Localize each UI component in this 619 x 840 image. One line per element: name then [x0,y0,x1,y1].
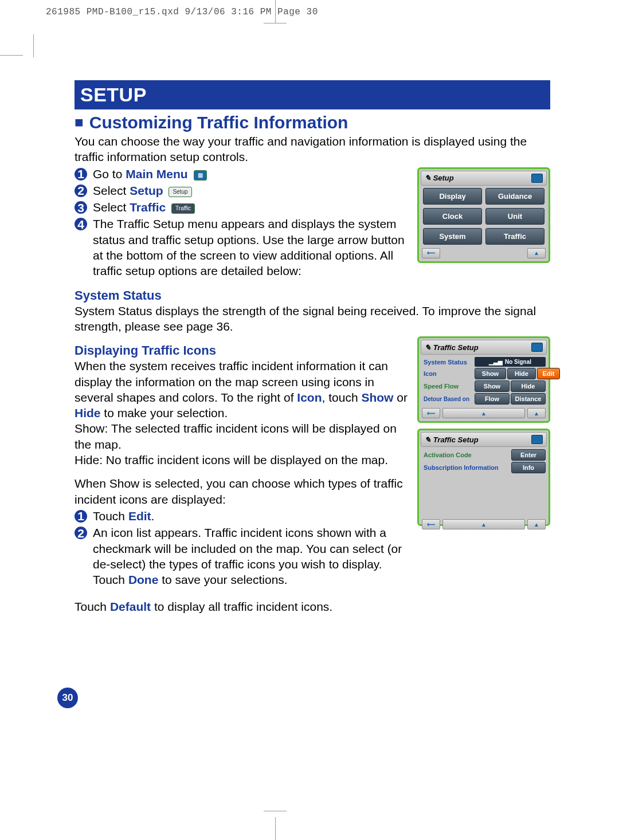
screenshot-column: ✎ Traffic Setup System Status ▁▃▅No Sign… [417,336,550,526]
main-menu-link: Main Menu [126,167,188,180]
edit-button[interactable]: Edit [537,368,560,379]
step-number-icon: 1 [75,168,87,180]
show-link: Show [361,391,393,404]
default-paragraph: Touch Default to display all traffic inc… [75,599,550,614]
page-content: SETUP ■Customizing Traffic Information Y… [75,80,550,615]
hide-button[interactable]: Hide [507,368,536,379]
step-4: 4 The Traffic Setup menu appears and dis… [75,216,412,278]
screenshot-title-bar: ✎ Setup [421,171,547,186]
cropmark [0,55,23,56]
info-button[interactable]: Info [511,462,546,473]
hide-button[interactable]: Hide [511,380,546,392]
default-link: Default [110,600,151,613]
signal-text: No Signal [505,359,531,365]
row-icon: Icon Show Hide Edit [422,368,546,379]
signal-bars-icon: ▁▃▅ [489,359,503,365]
up-arrow-icon[interactable]: ▲ [442,519,525,529]
up-arrow-icon[interactable]: ▲ [442,408,525,418]
setup-clock-button[interactable]: Clock [423,208,482,225]
row-detour: Detour Based on Flow Distance [422,393,546,405]
screenshot-title-bar: ✎ Traffic Setup [421,432,547,447]
edit-link: Edit [128,509,151,523]
wrench-icon: ✎ [425,343,431,352]
row-system-status: System Status ▁▃▅No Signal [422,357,546,367]
wrench-icon: ✎ [425,174,431,182]
back-icon[interactable]: ⟵ [422,408,440,418]
step-text: Select [93,201,130,214]
system-status-paragraph: System Status displays the strength of t… [75,303,550,335]
edit-step-1: 1 Touch Edit. [75,508,412,524]
row-activation: Activation Code Enter [422,449,546,461]
setup-display-button[interactable]: Display [423,188,482,205]
edit-step-2: 2 An icon list appears. Traffic incident… [75,525,412,587]
setup-button-grid: Display Guidance Clock Unit System Traff… [421,186,547,247]
text: Touch [93,573,128,586]
screenshot-setup-menu: ✎ Setup Display Guidance Clock Unit Syst… [417,167,550,263]
text: Touch [93,509,128,523]
enter-button[interactable]: Enter [511,449,546,461]
setup-link: Setup [130,184,163,197]
wrench-icon: ✎ [425,435,431,444]
text: Touch [75,600,110,613]
screenshot-title: Traffic Setup [433,435,479,444]
up-arrow-icon[interactable]: ▲ [527,248,546,258]
main-menu-icon: ▦ [194,170,207,180]
screenshot-traffic-setup-1: ✎ Traffic Setup System Status ▁▃▅No Sign… [417,336,550,423]
text: . [151,509,155,523]
label: System Status [422,359,473,366]
show-button[interactable]: Show [475,380,510,392]
text: to make your selection. [101,406,228,419]
hide-link: Hide [75,406,101,419]
up-arrow-icon[interactable]: ▲ [527,408,546,418]
back-icon[interactable]: ⟵ [422,519,440,529]
step-text: Go to [93,167,126,180]
done-link: Done [128,573,159,586]
row-subscription: Subscription Information Info [422,462,546,473]
up-arrow-icon[interactable]: ▲ [527,519,546,529]
text: to display all traffic incident icons. [151,600,332,613]
setup-unit-button[interactable]: Unit [485,208,544,225]
screenshot-body: Activation Code Enter Subscription Infor… [421,447,547,474]
screenshot-footer: ⟵ ▲ ▲ [421,407,547,419]
step-text: Select [93,184,130,197]
step-number-icon: 1 [75,510,87,523]
screenshot-footer: ⟵ ▲ ▲ [421,518,547,531]
screenshot-body: System Status ▁▃▅No Signal Icon Show Hid… [421,355,547,407]
step-2: 2 Select Setup Setup [75,183,412,198]
cropmark [33,34,34,57]
menu-icon[interactable] [531,435,543,444]
label: Speed Flow [422,383,473,390]
step-3: 3 Select Traffic Traffic [75,199,412,215]
setup-guidance-button[interactable]: Guidance [485,188,544,205]
text: An icon list appears. Traffic incident i… [93,525,412,572]
setup-system-button[interactable]: System [423,228,482,245]
step-number-icon: 4 [75,218,87,230]
distance-button[interactable]: Distance [511,393,546,405]
signal-indicator: ▁▃▅No Signal [475,357,546,367]
flow-button[interactable]: Flow [475,393,510,405]
step-text: The Traffic Setup menu appears and displ… [93,216,412,278]
traffic-icon: Traffic [171,203,195,214]
cropmark [275,0,276,23]
show-button[interactable]: Show [475,368,506,379]
setup-traffic-button[interactable]: Traffic [485,228,544,245]
icon-link: Icon [297,391,322,404]
label: Detour Based on [422,396,473,402]
label: Activation Code [422,452,510,458]
page-heading: ■Customizing Traffic Information [75,113,550,132]
row-speed-flow: Speed Flow Show Hide [422,380,546,392]
label: Subscription Information [422,464,510,471]
page-number: 30 [57,688,78,708]
menu-icon[interactable] [531,343,543,352]
square-bullet-icon: ■ [75,113,84,131]
text: , touch [322,391,362,404]
screenshot-title: Traffic Setup [433,343,479,352]
cropmark [264,811,287,811]
text: to save your selections. [158,573,287,586]
print-slugline: 261985 PMD-B100_r15.qxd 9/13/06 3:16 PM … [46,7,318,17]
step-number-icon: 2 [75,185,87,197]
menu-icon[interactable] [531,174,543,183]
cropmark [275,817,276,840]
back-icon[interactable]: ⟵ [422,248,440,258]
label: Icon [422,370,473,377]
